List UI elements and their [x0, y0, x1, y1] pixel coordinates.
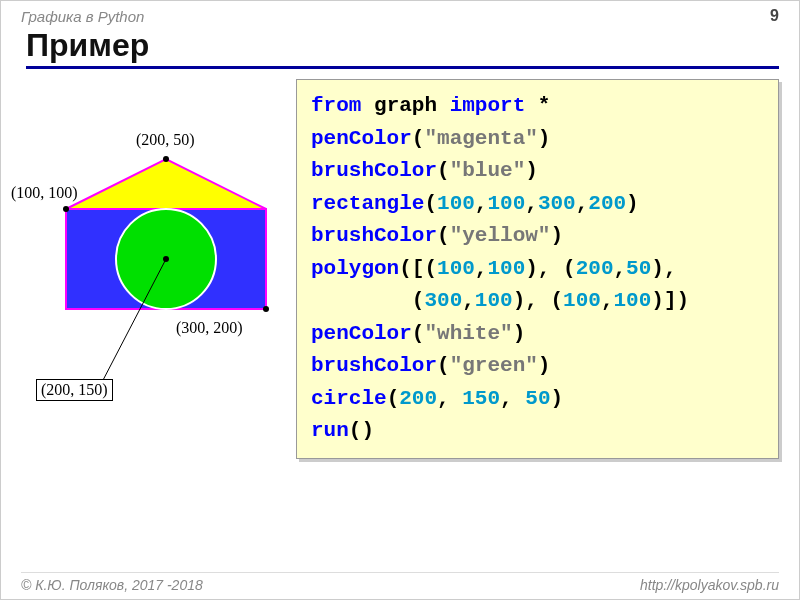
code-line-8: penColor("white") [311, 318, 764, 351]
footer: © К.Ю. Поляков, 2017 -2018 http://kpolya… [21, 572, 779, 593]
label-center: (200, 150) [36, 379, 113, 401]
page-number: 9 [770, 7, 779, 25]
code-line-11: run() [311, 415, 764, 448]
code-line-5: brushColor("yellow") [311, 220, 764, 253]
slide: Графика в Python 9 Пример [0, 0, 800, 600]
code-line-6: polygon([(100,100), (200,50), [311, 253, 764, 286]
diagram-panel: (200, 50) (100, 100) (300, 200) (200, 15… [26, 79, 286, 459]
slide-title: Пример [26, 27, 779, 64]
code-line-9: brushColor("green") [311, 350, 764, 383]
point-bottom-right [263, 306, 269, 312]
diagram-svg [26, 119, 286, 419]
content: (200, 50) (100, 100) (300, 200) (200, 15… [1, 69, 799, 459]
point-left [63, 206, 69, 212]
code-line-3: brushColor("blue") [311, 155, 764, 188]
label-bottom-right: (300, 200) [176, 319, 243, 337]
label-top: (200, 50) [136, 131, 195, 149]
footer-url: http://kpolyakov.spb.ru [640, 577, 779, 593]
code-line-7: (300,100), (100,100)]) [311, 285, 764, 318]
code-line-2: penColor("magenta") [311, 123, 764, 156]
header: Графика в Python 9 [1, 1, 799, 25]
title-row: Пример [26, 27, 779, 64]
section-title: Графика в Python [21, 8, 144, 25]
code-line-10: circle(200, 150, 50) [311, 383, 764, 416]
point-top [163, 156, 169, 162]
svg-marker-1 [66, 159, 266, 209]
code-block: from graph import * penColor("magenta") … [296, 79, 779, 459]
code-line-4: rectangle(100,100,300,200) [311, 188, 764, 221]
house-diagram: (200, 50) (100, 100) (300, 200) (200, 15… [26, 119, 286, 419]
copyright: © К.Ю. Поляков, 2017 -2018 [21, 577, 203, 593]
point-center [163, 256, 169, 262]
label-left: (100, 100) [11, 184, 78, 202]
code-line-1: from graph import * [311, 90, 764, 123]
